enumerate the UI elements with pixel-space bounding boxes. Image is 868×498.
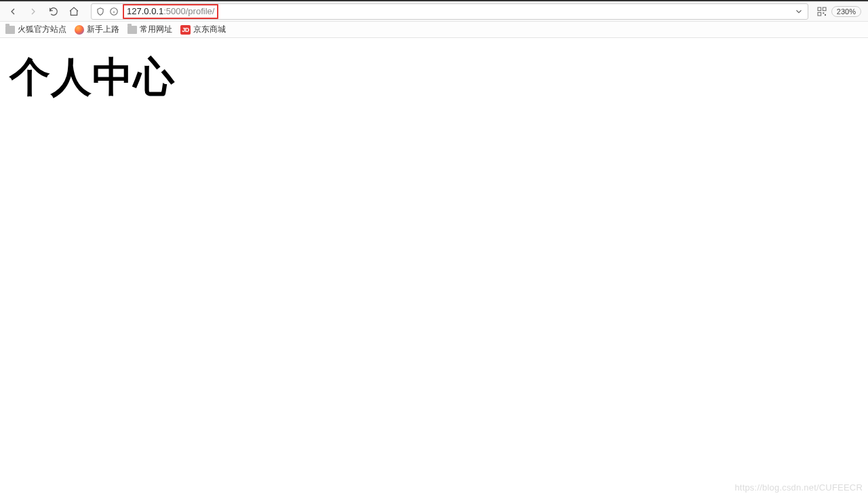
bookmarks-bar: 火狐官方站点 新手上路 常用网址 JD 京东商城 [0, 22, 868, 38]
bookmark-label: 新手上路 [87, 24, 119, 35]
bookmark-item-getting-started[interactable]: 新手上路 [75, 24, 119, 35]
bookmark-label: 火狐官方站点 [18, 24, 66, 35]
svg-rect-3 [818, 7, 821, 11]
url-input[interactable]: 127.0.0.1:5000/profile/ [91, 3, 808, 20]
bookmark-item-firefox-official[interactable]: 火狐官方站点 [5, 24, 66, 35]
forward-button [24, 3, 42, 20]
home-icon [68, 6, 79, 17]
svg-rect-6 [823, 12, 824, 14]
svg-rect-4 [823, 7, 826, 11]
nav-toolbar: 127.0.0.1:5000/profile/ 230% [0, 1, 868, 22]
toolbar-right-controls: 230% [816, 6, 864, 17]
back-button[interactable] [4, 3, 22, 20]
url-highlight-annotation: 127.0.0.1:5000/profile/ [123, 4, 218, 19]
bookmark-label: 常用网址 [140, 24, 172, 35]
watermark-text: https://blog.csdn.net/CUFEECR [734, 482, 863, 493]
page-content: 个人中心 [0, 38, 868, 117]
svg-rect-7 [825, 14, 826, 16]
url-path: :5000/profile/ [163, 6, 214, 16]
info-icon[interactable] [109, 7, 119, 16]
reload-button[interactable] [45, 3, 62, 20]
bookmark-item-jd[interactable]: JD 京东商城 [180, 24, 226, 35]
firefox-icon [75, 25, 84, 35]
qr-icon[interactable] [816, 6, 827, 17]
url-text: 127.0.0.1:5000/profile/ [127, 6, 214, 16]
url-host: 127.0.0.1 [127, 6, 163, 16]
home-button[interactable] [65, 3, 83, 20]
page-heading: 个人中心 [9, 50, 859, 105]
shield-icon[interactable] [96, 7, 105, 16]
arrow-right-icon [28, 6, 39, 17]
arrow-left-icon [7, 6, 18, 17]
urlbar-container: 127.0.0.1:5000/profile/ [91, 3, 808, 20]
bookmark-item-common-urls[interactable]: 常用网址 [127, 24, 172, 35]
chevron-down-icon[interactable] [794, 7, 804, 16]
jd-icon: JD [180, 25, 191, 35]
reload-icon [48, 6, 59, 17]
zoom-level-button[interactable]: 230% [831, 6, 861, 17]
folder-icon [5, 26, 15, 34]
folder-icon [127, 26, 137, 34]
svg-rect-5 [818, 12, 821, 16]
bookmark-label: 京东商城 [193, 24, 226, 35]
